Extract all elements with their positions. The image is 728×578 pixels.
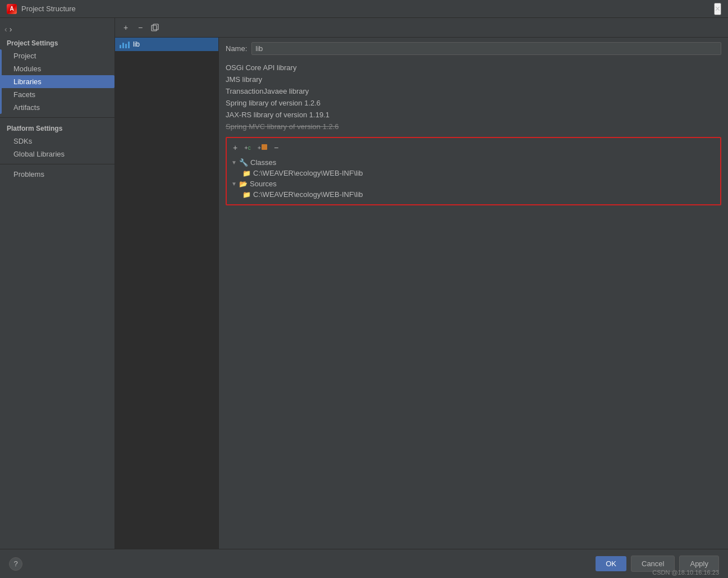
library-entries: OSGi Core API library JMS library Transa… <box>226 62 721 132</box>
sidebar-item-global-libraries[interactable]: Global Libraries <box>0 148 115 160</box>
sidebar-divider-2 <box>0 164 115 164</box>
app-icon: A <box>7 4 17 14</box>
classes-path: C:\WEAVER\ecology\WEB-INF\lib <box>253 169 363 177</box>
library-entry[interactable]: TransactionJavaee library <box>226 85 721 97</box>
box-add-classes-button[interactable]: +c <box>242 144 252 152</box>
sources-tree-item[interactable]: ▼ 📂 Sources <box>231 178 716 189</box>
content-area: + − l <box>115 18 728 549</box>
library-entry[interactable]: Spring library of version 1.2.6 <box>226 97 721 109</box>
dialog-body: ‹ › Project Settings Project Modules Lib… <box>0 18 728 549</box>
sidebar-item-facets[interactable]: Facets <box>0 88 115 101</box>
classes-arrow: ▼ <box>231 159 237 166</box>
nav-arrows: ‹ › <box>0 22 115 36</box>
back-arrow[interactable]: ‹ <box>4 25 7 34</box>
sidebar-item-modules[interactable]: Modules <box>0 62 115 75</box>
classes-label: Classes <box>250 158 276 167</box>
sidebar-divider <box>0 117 115 118</box>
ok-button[interactable]: OK <box>596 556 626 571</box>
status-text: CSDN @18.10.16.16.23 <box>652 569 719 576</box>
classes-icon: 🔧 <box>239 158 248 167</box>
library-chart-icon <box>120 40 130 48</box>
sources-path-folder-icon: 📁 <box>242 191 251 199</box>
forward-arrow[interactable]: › <box>10 25 12 34</box>
j-indicator <box>0 49 2 114</box>
sources-folder-icon: 📂 <box>239 180 248 188</box>
copy-icon <box>151 24 159 31</box>
name-input[interactable] <box>251 42 721 55</box>
sources-arrow: ▼ <box>231 181 237 187</box>
library-name: lib <box>133 40 140 48</box>
box-add-button[interactable]: + <box>231 143 239 153</box>
library-entry[interactable]: JMS library <box>226 74 721 85</box>
platform-settings-section: Platform Settings <box>0 121 115 135</box>
library-panel: lib Name: OSGi Core API library JMS libr… <box>115 38 728 549</box>
sources-path: C:\WEAVER\ecology\WEB-INF\lib <box>253 190 363 199</box>
box-remove-button[interactable]: − <box>272 143 280 153</box>
title-bar: A Project Structure × <box>0 0 728 18</box>
help-button[interactable]: ? <box>9 557 22 571</box>
sources-label: Sources <box>250 180 277 188</box>
classes-tree-item[interactable]: ▼ 🔧 Classes <box>231 157 716 168</box>
detail-panel: Name: OSGi Core API library JMS library … <box>219 38 728 549</box>
classes-path-item[interactable]: 📁 C:\WEAVER\ecology\WEB-INF\lib <box>242 168 716 178</box>
library-list: lib <box>115 38 219 549</box>
add-library-button[interactable]: + <box>120 21 132 34</box>
copy-library-button[interactable] <box>149 21 161 34</box>
library-entry[interactable]: OSGi Core API library <box>226 62 721 74</box>
remove-library-button[interactable]: − <box>134 21 146 34</box>
library-entry-strikethrough[interactable]: Spring MVC library of version 1.2.6 <box>226 121 721 132</box>
dialog-title: Project Structure <box>21 4 76 13</box>
folder-icon: 📁 <box>242 169 251 177</box>
library-list-item[interactable]: lib <box>115 38 218 51</box>
name-row: Name: <box>226 42 721 55</box>
name-label: Name: <box>226 44 247 53</box>
sidebar-item-project[interactable]: Project <box>0 49 115 62</box>
library-entry[interactable]: JAX-RS library of version 1.19.1 <box>226 109 721 121</box>
sidebar: ‹ › Project Settings Project Modules Lib… <box>0 18 115 549</box>
close-button[interactable]: × <box>714 3 721 15</box>
project-settings-section: Project Settings <box>0 36 115 49</box>
box-add-sources-button[interactable]: + <box>256 144 269 152</box>
sidebar-item-sdks[interactable]: SDKs <box>0 135 115 148</box>
sidebar-item-artifacts[interactable]: Artifacts <box>0 101 115 114</box>
classes-sources-box: + +c + − ▼ 🔧 Classes <box>226 137 721 205</box>
bottom-bar: ? OK Cancel Apply CSDN @18.10.16.16.23 <box>0 549 728 578</box>
sources-path-item[interactable]: 📁 C:\WEAVER\ecology\WEB-INF\lib <box>242 189 716 200</box>
sidebar-item-libraries[interactable]: Libraries <box>0 75 115 88</box>
sidebar-item-problems[interactable]: Problems <box>0 168 115 181</box>
content-toolbar: + − <box>115 18 728 38</box>
box-toolbar: + +c + − <box>231 143 716 153</box>
